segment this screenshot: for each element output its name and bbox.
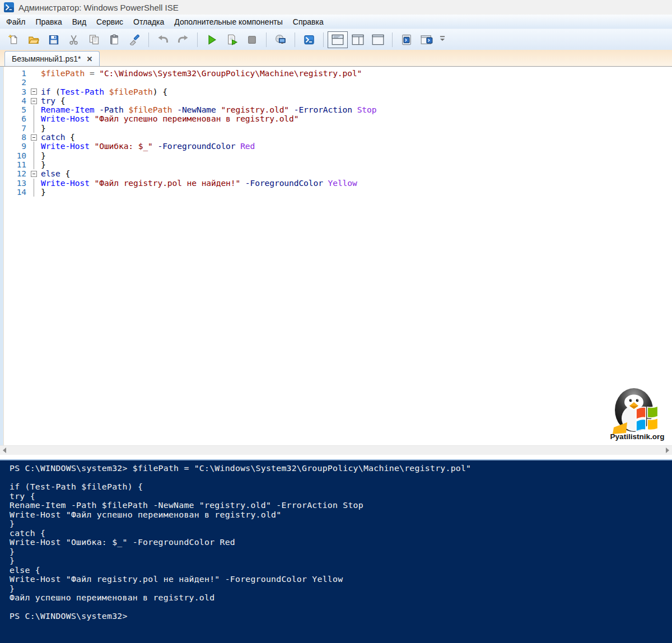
fold-margin: [26, 69, 41, 78]
line-number: 10: [0, 151, 26, 160]
console-line: }: [10, 547, 672, 557]
show-script-pane-top-button[interactable]: [328, 31, 348, 48]
console-line: }: [10, 584, 672, 594]
collapse-minus-icon[interactable]: [31, 88, 37, 95]
line-number: 4: [0, 96, 26, 105]
powershell-app-icon: [4, 2, 14, 12]
toolbar-separator: [323, 32, 324, 47]
new-remote-powershell-tab-icon: [275, 34, 286, 45]
line-number: 3: [0, 87, 26, 96]
run-selection-icon: [226, 34, 237, 45]
code-line[interactable]: 11}: [0, 160, 672, 169]
fold-margin: [26, 188, 41, 197]
menu-help[interactable]: Справка: [288, 16, 329, 28]
editor-left-margin: [0, 67, 4, 445]
console-line: catch {: [10, 529, 672, 538]
new-script-icon: [8, 34, 19, 45]
window-title: Администратор: Windows PowerShell ISE: [18, 3, 179, 12]
penguin-windows-logo-icon: Pyatilistnik.org: [608, 385, 666, 441]
collapse-minus-icon[interactable]: [31, 134, 37, 141]
collapse-minus-icon[interactable]: [31, 98, 37, 104]
new-script-button[interactable]: [3, 31, 24, 48]
code-line[interactable]: 5Rename-Item -Path $filePath -NewName "r…: [0, 105, 672, 114]
code-line[interactable]: 1$filePath = "C:\Windows\System32\GroupP…: [0, 69, 672, 78]
show-command-window-icon: [421, 34, 433, 45]
toolbar-separator: [148, 32, 149, 47]
new-remote-powershell-tab-button[interactable]: [270, 31, 291, 48]
clear-console-pane-button[interactable]: [124, 31, 144, 48]
editor-horizontal-scrollbar[interactable]: [0, 445, 672, 455]
console-line: }: [10, 519, 672, 529]
console-line: PS C:\WINDOWS\system32>: [10, 612, 672, 621]
show-command-window-button[interactable]: [417, 31, 437, 48]
run-script-button[interactable]: [202, 31, 222, 48]
code-line[interactable]: 3if (Test-Path $filePath) {: [0, 87, 672, 96]
pyatilistnik-watermark: Pyatilistnik.org: [607, 385, 668, 443]
run-selection-button[interactable]: [222, 31, 242, 48]
fold-margin: [26, 151, 41, 160]
save-script-button[interactable]: [44, 31, 64, 48]
toolbar-separator: [392, 32, 393, 47]
line-number: 13: [0, 179, 26, 188]
code-text: $filePath = "C:\Windows\System32\GroupPo…: [41, 69, 362, 78]
redo-button[interactable]: [173, 31, 193, 48]
tab-close-icon[interactable]: ✕: [86, 55, 92, 63]
code-line[interactable]: 4try {: [0, 96, 672, 105]
clear-console-pane-icon: [129, 34, 140, 45]
title-bar: Администратор: Windows PowerShell ISE: [0, 0, 672, 15]
scroll-left-arrow-icon[interactable]: [3, 448, 6, 453]
fold-collapse-box[interactable]: [26, 87, 41, 96]
console-line: Write-Host "Файл успешно переименован в …: [10, 510, 672, 520]
tab-untitled-script[interactable]: Безымянный1.ps1* ✕: [4, 51, 100, 66]
show-script-pane-right-button[interactable]: [348, 31, 368, 48]
open-script-button[interactable]: [24, 31, 44, 48]
menu-view[interactable]: Вид: [67, 16, 91, 28]
scroll-right-arrow-icon[interactable]: [666, 448, 669, 453]
cut-button[interactable]: [64, 31, 84, 48]
start-powershell-exe-button[interactable]: [299, 31, 319, 48]
code-line[interactable]: 8catch {: [0, 133, 672, 142]
fold-collapse-box[interactable]: [26, 169, 41, 178]
copy-button[interactable]: [84, 31, 104, 48]
fold-collapse-box[interactable]: [26, 96, 41, 105]
cut-icon: [68, 34, 80, 45]
toolbar-separator: [266, 32, 267, 47]
undo-button[interactable]: [153, 31, 173, 48]
console-line: try {: [10, 492, 672, 501]
line-number: 14: [0, 188, 26, 197]
code-line[interactable]: 2: [0, 78, 672, 87]
menu-file[interactable]: Файл: [1, 16, 30, 28]
line-number: 6: [0, 114, 26, 123]
code-text: try {: [41, 96, 65, 105]
console-pane[interactable]: PS C:\WINDOWS\system32> $filePath = "C:\…: [0, 459, 672, 643]
copy-icon: [88, 34, 100, 45]
show-script-pane-maximized-button[interactable]: [368, 31, 388, 48]
menu-addons[interactable]: Дополнительные компоненты: [169, 16, 288, 28]
line-number: 1: [0, 69, 26, 78]
show-script-pane-top-icon: [332, 34, 344, 45]
menu-debug[interactable]: Отладка: [128, 16, 169, 28]
menu-tools[interactable]: Сервис: [91, 16, 128, 28]
console-line: [10, 473, 672, 483]
menu-edit[interactable]: Правка: [30, 16, 67, 28]
line-number: 11: [0, 160, 26, 169]
code-line[interactable]: 12else {: [0, 169, 672, 178]
pane-splitter[interactable]: [0, 455, 672, 459]
paste-button[interactable]: [104, 31, 124, 48]
console-line: }: [10, 556, 672, 566]
penguin-icon: [613, 388, 653, 434]
console-line: else {: [10, 566, 672, 575]
code-line[interactable]: 9Write-Host "Ошибка: $_" -ForegroundColo…: [0, 142, 672, 151]
script-editor-pane[interactable]: 1$filePath = "C:\Windows\System32\GroupP…: [0, 67, 672, 445]
line-number: 12: [0, 169, 26, 178]
code-line[interactable]: 13Write-Host "Файл registry.pol не найде…: [0, 179, 672, 188]
code-line[interactable]: 10}: [0, 151, 672, 160]
new-powershell-tab-button[interactable]: [396, 31, 417, 48]
code-line[interactable]: 6Write-Host "Файл успешно переименован в…: [0, 114, 672, 123]
code-line[interactable]: 14}: [0, 188, 672, 197]
code-line[interactable]: 7}: [0, 124, 672, 133]
fold-collapse-box[interactable]: [26, 133, 41, 142]
stop-operation-button[interactable]: [242, 31, 262, 48]
collapse-minus-icon[interactable]: [31, 171, 37, 177]
toolbar-overflow-button[interactable]: [437, 31, 448, 48]
